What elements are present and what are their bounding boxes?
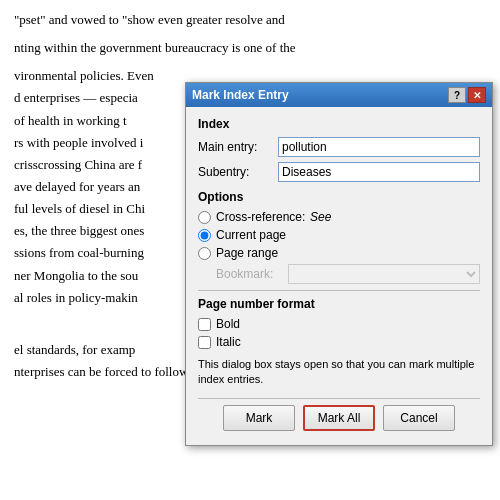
options-label: Options xyxy=(198,190,480,204)
format-section: Page number format Bold Italic xyxy=(198,297,480,349)
bookmark-row: Bookmark: xyxy=(216,264,480,284)
cross-reference-row: Cross-reference: See xyxy=(198,210,480,224)
help-button[interactable]: ? xyxy=(448,87,466,103)
current-page-radio[interactable] xyxy=(198,229,211,242)
bookmark-label: Bookmark: xyxy=(216,267,288,281)
bold-row: Bold xyxy=(198,317,480,331)
dialog-title: Mark Index Entry xyxy=(192,88,289,102)
page-range-row: Page range xyxy=(198,246,480,260)
mark-index-entry-dialog: Mark Index Entry ? ✕ Index Main entry: S… xyxy=(185,82,493,446)
format-label: Page number format xyxy=(198,297,480,311)
current-page-row: Current page xyxy=(198,228,480,242)
subentry-label: Subentry: xyxy=(198,165,278,179)
divider-1 xyxy=(198,290,480,291)
italic-checkbox[interactable] xyxy=(198,336,211,349)
mark-button[interactable]: Mark xyxy=(223,405,295,431)
cancel-button[interactable]: Cancel xyxy=(383,405,455,431)
index-section-label: Index xyxy=(198,117,480,131)
page-range-radio[interactable] xyxy=(198,247,211,260)
bookmark-select xyxy=(288,264,480,284)
close-button[interactable]: ✕ xyxy=(468,87,486,103)
options-section: Options Cross-reference: See Current pag… xyxy=(198,190,480,284)
bold-checkbox[interactable] xyxy=(198,318,211,331)
info-text: This dialog box stays open so that you c… xyxy=(198,357,480,388)
dialog-overlay: Mark Index Entry ? ✕ Index Main entry: S… xyxy=(0,0,500,500)
main-entry-label: Main entry: xyxy=(198,140,278,154)
cross-reference-radio[interactable] xyxy=(198,211,211,224)
bold-label: Bold xyxy=(216,317,240,331)
divider-2 xyxy=(198,398,480,399)
dialog-titlebar: Mark Index Entry ? ✕ xyxy=(186,83,492,107)
cross-reference-label: Cross-reference: xyxy=(216,210,306,224)
mark-all-button[interactable]: Mark All xyxy=(303,405,375,431)
subentry-row: Subentry: xyxy=(198,162,480,182)
subentry-input[interactable] xyxy=(278,162,480,182)
italic-label: Italic xyxy=(216,335,241,349)
current-page-label: Current page xyxy=(216,228,306,242)
buttons-row: Mark Mark All Cancel xyxy=(198,405,480,435)
titlebar-buttons: ? ✕ xyxy=(448,87,486,103)
page-range-label: Page range xyxy=(216,246,306,260)
main-entry-row: Main entry: xyxy=(198,137,480,157)
dialog-body: Index Main entry: Subentry: Options Cros… xyxy=(186,107,492,445)
italic-row: Italic xyxy=(198,335,480,349)
main-entry-input[interactable] xyxy=(278,137,480,157)
cross-reference-value: See xyxy=(310,210,331,224)
